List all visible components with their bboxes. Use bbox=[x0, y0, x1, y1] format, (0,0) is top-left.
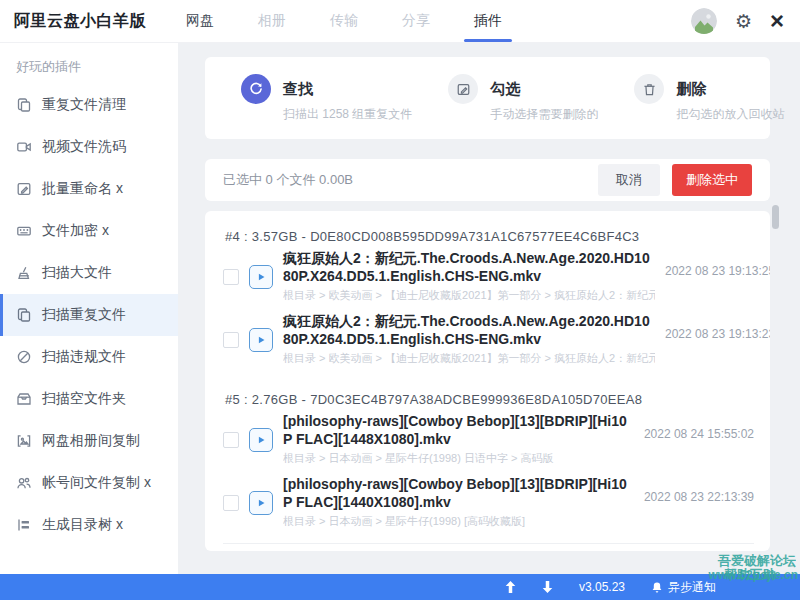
list-item: 疯狂原始人2：新纪元.The.Croods.A.New.Age.2020.HD1… bbox=[223, 250, 754, 303]
sidebar-item-directory-tree[interactable]: 生成目录树 x bbox=[0, 504, 178, 546]
cancel-button[interactable]: 取消 bbox=[598, 164, 660, 196]
title-bar: 阿里云盘小白羊版 网盘 相册 传输 分享 插件 ⚙ × bbox=[0, 0, 800, 43]
list-footer-divider bbox=[223, 543, 754, 551]
keypad-icon bbox=[16, 223, 32, 239]
sidebar-item-scan-empty-folder[interactable]: 扫描空文件夹 bbox=[0, 378, 178, 420]
nav-tab-plugins[interactable]: 插件 bbox=[474, 0, 502, 42]
selection-bar: 已选中 0 个文件 0.00B 取消 删除选中 bbox=[205, 159, 770, 201]
status-bar: v3.05.23 异步通知 bbox=[0, 574, 800, 600]
play-triangle bbox=[254, 270, 268, 284]
file-path: 根目录 > 日本动画 > 星际牛仔(1998) [高码收藏版] bbox=[283, 514, 634, 529]
nav-tab-share[interactable]: 分享 bbox=[402, 0, 430, 42]
file-checkbox[interactable] bbox=[223, 332, 239, 348]
sidebar-item-batch-rename[interactable]: 批量重命名 x bbox=[0, 168, 178, 210]
video-icon bbox=[16, 139, 32, 155]
upload-icon[interactable] bbox=[505, 581, 516, 593]
sidebar-item-label: 网盘相册间复制 bbox=[42, 432, 140, 450]
list-item: 疯狂原始人2：新纪元.The.Croods.A.New.Age.2020.HD1… bbox=[223, 313, 754, 366]
file-name: [philosophy-raws][Cowboy Bebop][13][BDRI… bbox=[283, 413, 634, 448]
download-icon[interactable] bbox=[542, 581, 553, 593]
group-header: #5 : 2.76GB - 7D0C3EC4B797A38ADCBE999936… bbox=[225, 392, 754, 407]
file-time: 2022 08 23 19:13:25 bbox=[665, 264, 770, 278]
sidebar-item-label: 文件加密 x bbox=[42, 222, 109, 240]
list-item: [philosophy-raws][Cowboy Bebop][13][BDRI… bbox=[223, 413, 754, 466]
ban-icon bbox=[16, 349, 32, 365]
file-checkbox[interactable] bbox=[223, 269, 239, 285]
sidebar-item-label: 批量重命名 x bbox=[42, 180, 123, 198]
sidebar-item-file-encrypt[interactable]: 文件加密 x bbox=[0, 210, 178, 252]
refresh-icon bbox=[241, 74, 271, 104]
play-icon[interactable] bbox=[249, 428, 273, 452]
duplicate-list: #4 : 3.57GB - D0E80CD008B595DD99A731A1C6… bbox=[205, 211, 770, 551]
copy-icon bbox=[16, 97, 32, 113]
sidebar-item-label: 帐号间文件复制 x bbox=[42, 474, 151, 492]
sidebar-header: 好玩的插件 bbox=[0, 42, 178, 84]
sidebar-item-scan-violation[interactable]: 扫描违规文件 bbox=[0, 336, 178, 378]
duplicate-group: #5 : 2.76GB - 7D0C3EC4B797A38ADCBE999936… bbox=[223, 376, 754, 529]
sidebar-item-label: 扫描大文件 bbox=[42, 264, 112, 282]
step-label: 删除 bbox=[676, 74, 784, 104]
selection-summary: 已选中 0 个文件 0.00B bbox=[223, 171, 353, 189]
settings-icon[interactable]: ⚙ bbox=[735, 12, 752, 31]
close-icon[interactable]: × bbox=[770, 9, 784, 33]
nav-tab-netdisk[interactable]: 网盘 bbox=[186, 0, 214, 42]
async-notify-label: 异步通知 bbox=[668, 579, 716, 596]
step-desc: 把勾选的放入回收站 bbox=[676, 106, 784, 123]
play-triangle bbox=[254, 433, 268, 447]
broom-icon bbox=[16, 265, 32, 281]
main-panel: 查找 扫描出 1258 组重复文件 勾选 手动选择需要删除的 bbox=[178, 42, 800, 574]
sidebar-item-scan-duplicate[interactable]: 扫描重复文件 bbox=[0, 294, 178, 336]
file-path: 根目录 > 日本动画 > 星际牛仔(1998) 日语中字 > 高码版 bbox=[283, 451, 634, 466]
sidebar-item-album-copy[interactable]: 网盘相册间复制 bbox=[0, 420, 178, 462]
nav-tab-transfer[interactable]: 传输 bbox=[330, 0, 358, 42]
user-avatar[interactable] bbox=[691, 8, 717, 34]
step-find: 查找 扫描出 1258 组重复文件 bbox=[241, 74, 412, 123]
file-time: 2022 08 23 19:13:23 bbox=[665, 327, 770, 341]
step-check: 勾选 手动选择需要删除的 bbox=[448, 74, 598, 123]
list-item: [philosophy-raws][Cowboy Bebop][13][BDRI… bbox=[223, 476, 754, 529]
file-time: 2022 08 23 22:13:39 bbox=[644, 490, 754, 504]
file-time: 2022 08 24 15:55:02 bbox=[644, 427, 754, 441]
people-icon bbox=[16, 475, 32, 491]
sidebar-item-label: 生成目录树 x bbox=[42, 516, 123, 534]
bell-icon bbox=[651, 581, 663, 593]
play-triangle bbox=[254, 333, 268, 347]
step-delete: 删除 把勾选的放入回收站 bbox=[634, 74, 784, 123]
sidebar-item-duplicate-clean[interactable]: 重复文件清理 bbox=[0, 84, 178, 126]
sidebar-item-account-copy[interactable]: 帐号间文件复制 x bbox=[0, 462, 178, 504]
play-icon[interactable] bbox=[249, 491, 273, 515]
sidebar-item-label: 扫描违规文件 bbox=[42, 348, 126, 366]
sidebar-item-label: 重复文件清理 bbox=[42, 96, 126, 114]
step-label: 查找 bbox=[283, 74, 412, 104]
play-icon[interactable] bbox=[249, 265, 273, 289]
play-icon[interactable] bbox=[249, 328, 273, 352]
file-name: [philosophy-raws][Cowboy Bebop][13][BDRI… bbox=[283, 476, 634, 511]
file-path: 根目录 > 欧美动画 > 【迪士尼收藏版2021】第一部分 > 疯狂原始人2：新… bbox=[283, 351, 655, 366]
sidebar-item-video-wash[interactable]: 视频文件洗码 bbox=[0, 126, 178, 168]
duplicate-files-icon bbox=[16, 307, 32, 323]
duplicate-group: #4 : 3.57GB - D0E80CD008B595DD99A731A1C6… bbox=[223, 213, 754, 366]
trash-icon bbox=[634, 74, 664, 104]
step-desc: 扫描出 1258 组重复文件 bbox=[283, 106, 412, 123]
sidebar-item-scan-large[interactable]: 扫描大文件 bbox=[0, 252, 178, 294]
play-triangle bbox=[254, 496, 268, 510]
file-checkbox[interactable] bbox=[223, 432, 239, 448]
async-notify-toggle[interactable]: 异步通知 bbox=[651, 579, 716, 596]
app-title: 阿里云盘小白羊版 bbox=[14, 11, 146, 32]
file-checkbox[interactable] bbox=[223, 495, 239, 511]
version-label: v3.05.23 bbox=[579, 580, 625, 594]
file-name: 疯狂原始人2：新纪元.The.Croods.A.New.Age.2020.HD1… bbox=[283, 250, 655, 285]
steps-card: 查找 扫描出 1258 组重复文件 勾选 手动选择需要删除的 bbox=[205, 57, 770, 139]
file-name: 疯狂原始人2：新纪元.The.Croods.A.New.Age.2020.HD1… bbox=[283, 313, 655, 348]
sidebar-item-label: 扫描空文件夹 bbox=[42, 390, 126, 408]
delete-selected-button[interactable]: 删除选中 bbox=[672, 164, 752, 196]
sidebar: 好玩的插件 重复文件清理 视频文件洗码 批量重命名 x 文件加密 x 扫描大文件… bbox=[0, 42, 178, 574]
file-path: 根目录 > 欧美动画 > 【迪士尼收藏版2021】第一部分 > 疯狂原始人2：新… bbox=[283, 288, 655, 303]
sidebar-item-label: 视频文件洗码 bbox=[42, 138, 126, 156]
avatar-image bbox=[691, 8, 717, 34]
scrollbar-thumb[interactable] bbox=[772, 205, 779, 229]
nav-tab-album[interactable]: 相册 bbox=[258, 0, 286, 42]
main-nav: 网盘 相册 传输 分享 插件 bbox=[186, 0, 502, 42]
album-copy-icon bbox=[16, 433, 32, 449]
edit-icon bbox=[448, 74, 478, 104]
